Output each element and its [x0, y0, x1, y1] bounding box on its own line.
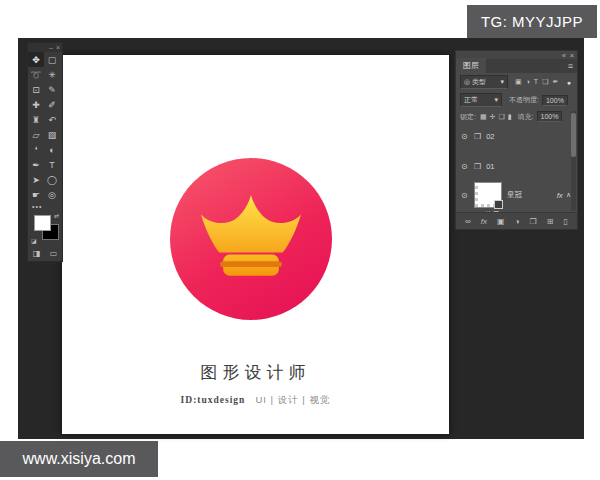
fx-badge[interactable]: fx — [557, 191, 563, 200]
layer-filter-row: ◎ 类型 ▾ ▣ ◑ T ❏ ✒ ● — [456, 73, 577, 91]
type-tool-icon[interactable]: T — [44, 157, 60, 172]
tool-grid: ✥ ▢ ➰ ✳ ⊡ ✎ ✚ ✐ ♜ ↶ ▱ ▨ ❛ ◐ ✒ T ➤ ◯ ☛ ◎ — [28, 52, 62, 202]
group-icon: ❒ — [474, 162, 481, 171]
website-watermark: www.xisiya.com — [0, 441, 158, 477]
filter-adjustment-icon[interactable]: ◑ — [526, 78, 530, 86]
layer-name: 皇冠 — [507, 190, 522, 200]
brush-tool-icon[interactable]: ✐ — [44, 97, 60, 112]
opacity-input[interactable]: 100% — [542, 95, 568, 106]
layer-name: 02 — [486, 132, 494, 141]
dodge-tool-icon[interactable]: ◐ — [44, 142, 60, 157]
move-tool-icon[interactable]: ✥ — [28, 52, 44, 67]
zoom-tool-icon[interactable]: ◎ — [44, 187, 60, 202]
layer-row-crown[interactable]: ⊙ 皇冠 fx ∧ — [456, 182, 577, 208]
delete-layer-icon[interactable]: ▯ — [564, 217, 568, 226]
layers-bottom-bar: ∞ fx ▣ ◑ ❒ ⊞ ▯ — [456, 212, 577, 229]
lock-all-icon[interactable]: ▮ — [508, 113, 512, 121]
layer-row-01[interactable]: ⊙ ❒ 01 — [456, 162, 577, 171]
filter-kind-select[interactable]: ◎ 类型 ▾ — [460, 75, 508, 89]
tools-panel: – × ✥ ▢ ➰ ✳ ⊡ ✎ ✚ ✐ ♜ ↶ ▱ ▨ ❛ ◐ ✒ T ➤ ◯ … — [27, 42, 63, 262]
fill-label: 填充: — [518, 112, 534, 122]
blend-mode-value: 正常 — [464, 95, 478, 105]
blend-mode-row: 正常 ▾ 不透明度: 100% — [456, 91, 577, 109]
blur-tool-icon[interactable]: ❛ — [28, 142, 44, 157]
layer-style-icon[interactable]: fx — [481, 217, 487, 226]
close-icon[interactable]: × — [56, 44, 60, 51]
toolbar-bottom-icons: ◨ ▭ — [28, 247, 62, 261]
shape-tool-icon[interactable]: ◯ — [44, 172, 60, 187]
layer-name: 01 — [486, 162, 494, 171]
quick-mask-icon[interactable]: ◨ — [33, 249, 41, 258]
telegram-watermark: TG: MYYJJPP — [467, 5, 597, 38]
artwork-designer-id: ID:tuxdesign — [181, 395, 246, 405]
filter-shape-icon[interactable]: ❏ — [542, 78, 548, 86]
panel-menu-icon[interactable]: ≡ — [568, 61, 577, 73]
layer-row-02[interactable]: ⊙ ❒ 02 — [456, 132, 577, 141]
history-brush-tool-icon[interactable]: ↶ — [44, 112, 60, 127]
default-colors-icon[interactable]: ◪ — [31, 237, 37, 244]
lock-row: 锁定: ▦ ✛ ❑ ▮ 填充: 100% — [456, 109, 577, 124]
chevron-down-icon: ▾ — [494, 96, 498, 104]
lasso-tool-icon[interactable]: ➰ — [28, 67, 44, 82]
eye-icon[interactable]: ⊙ — [461, 132, 469, 141]
foreground-color-swatch[interactable] — [34, 215, 51, 231]
search-icon: ◎ — [464, 78, 470, 86]
eye-icon[interactable]: ⊙ — [461, 162, 469, 171]
lock-transparency-icon[interactable]: ▦ — [480, 113, 487, 121]
filter-pixel-icon[interactable]: ▣ — [515, 78, 522, 86]
filter-type-icon[interactable]: T — [534, 78, 538, 86]
eyedropper-tool-icon[interactable]: ✎ — [44, 82, 60, 97]
minimize-icon[interactable]: – — [49, 44, 53, 51]
layers-panel: « × 图层 ≡ ◎ 类型 ▾ ▣ ◑ T ❏ ✒ ● 正常 — [455, 50, 578, 230]
path-select-tool-icon[interactable]: ➤ — [28, 172, 44, 187]
magic-wand-tool-icon[interactable]: ✳ — [44, 67, 60, 82]
collapse-panel-icon[interactable]: « — [562, 52, 566, 59]
crown-logo-circle — [170, 158, 332, 320]
tools-panel-titlebar: – × — [28, 43, 62, 52]
marquee-tool-icon[interactable]: ▢ — [44, 52, 60, 67]
filter-kind-label: 类型 — [472, 77, 486, 87]
filter-toggle-icon[interactable]: ● — [567, 79, 571, 86]
lock-label: 锁定: — [460, 112, 476, 122]
lock-pixels-icon[interactable]: ✛ — [490, 113, 496, 121]
artwork-subtitle: ID:tuxdesignUI | 设计 | 视觉 — [62, 394, 449, 407]
group-icon: ❒ — [474, 132, 481, 141]
scrollbar-thumb[interactable] — [571, 113, 576, 157]
pen-tool-icon[interactable]: ✒ — [28, 157, 44, 172]
swap-colors-icon[interactable]: ⇄ — [54, 212, 59, 219]
new-group-icon[interactable]: ❒ — [530, 217, 537, 226]
crop-tool-icon[interactable]: ⊡ — [28, 82, 44, 97]
new-layer-icon[interactable]: ⊞ — [547, 217, 554, 226]
layers-tab-bar: 图层 ≡ — [456, 59, 577, 73]
artwork-title: 图形设计师 — [62, 361, 449, 384]
filter-smart-object-icon[interactable]: ✒ — [552, 78, 558, 86]
gradient-tool-icon[interactable]: ▨ — [44, 127, 60, 142]
blend-mode-select[interactable]: 正常 ▾ — [460, 93, 502, 107]
scrollbar[interactable] — [571, 111, 576, 211]
crown-icon — [193, 193, 309, 293]
close-panel-icon[interactable]: × — [570, 52, 574, 59]
hand-tool-icon[interactable]: ☛ — [28, 187, 44, 202]
healing-brush-tool-icon[interactable]: ✚ — [28, 97, 44, 112]
eye-icon[interactable]: ⊙ — [461, 191, 469, 200]
opacity-label: 不透明度: — [509, 95, 539, 105]
chevron-down-icon: ▾ — [500, 78, 504, 86]
artwork-tags: UI | 设计 | 视觉 — [255, 394, 330, 405]
layer-thumbnail[interactable] — [474, 182, 502, 208]
link-layers-icon[interactable]: ∞ — [465, 217, 471, 226]
smart-object-badge — [494, 200, 503, 209]
clone-stamp-tool-icon[interactable]: ♜ — [28, 112, 44, 127]
fill-input[interactable]: 100% — [537, 111, 563, 122]
tab-layers[interactable]: 图层 — [456, 58, 486, 73]
document-canvas[interactable]: 图形设计师 ID:tuxdesignUI | 设计 | 视觉 — [62, 55, 449, 434]
eraser-tool-icon[interactable]: ▱ — [28, 127, 44, 142]
photoshop-workspace: 图形设计师 ID:tuxdesignUI | 设计 | 视觉 – × ✥ ▢ ➰… — [18, 38, 584, 439]
screen-mode-icon[interactable]: ▭ — [50, 249, 58, 258]
lock-position-icon[interactable]: ❑ — [498, 113, 504, 121]
more-tools-icon[interactable]: ••• — [28, 202, 62, 211]
color-swatches: ⇄ ◪ — [30, 212, 60, 246]
layer-mask-icon[interactable]: ▣ — [497, 217, 505, 226]
adjustment-layer-icon[interactable]: ◑ — [515, 217, 520, 226]
